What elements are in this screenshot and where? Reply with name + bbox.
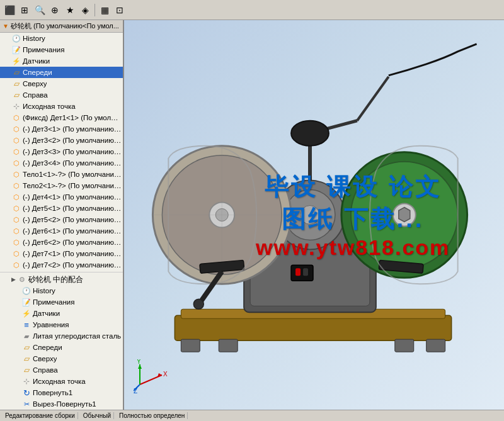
part-icon-7 [11, 181, 21, 191]
part-icon-2 [11, 124, 21, 134]
toolbar-btn-4[interactable]: ⊕ [48, 3, 62, 17]
tree-item-history-top[interactable]: History [0, 33, 123, 44]
cut-icon-1 [21, 399, 32, 409]
svg-point-32 [193, 299, 203, 309]
svg-point-26 [291, 121, 329, 146]
plane-icon-1 [11, 67, 21, 77]
part-icon-14 [11, 260, 21, 270]
filter-icon: ▼ [3, 23, 9, 30]
part-icon-12 [11, 237, 21, 247]
svg-rect-4 [395, 339, 414, 352]
part-icon-3 [11, 135, 21, 145]
svg-text:Y: Y [137, 359, 141, 365]
tree-item-assembly[interactable]: ▶ 砂轮机 中的配合 [0, 274, 123, 285]
plane2-icon-1 [21, 342, 32, 352]
tree-item-history2[interactable]: History [0, 285, 123, 296]
status-item-1: Редактирование сборки [3, 412, 78, 419]
svg-text:X: X [163, 371, 168, 378]
tree-item-part14[interactable]: (-) Дет7<2> (По умолчанию<... [0, 259, 123, 271]
history2-icon [21, 286, 32, 296]
toolbar-btn-6[interactable]: ◈ [78, 3, 92, 17]
plane-icon-3 [11, 90, 21, 100]
tree-item-notes[interactable]: Примечания [0, 44, 123, 55]
tree-item-origin2[interactable]: Исходная точка [0, 376, 123, 387]
sensors2-icon [21, 308, 32, 318]
tree-item-right2[interactable]: Справа [0, 364, 123, 376]
tree-item-right[interactable]: Справа [0, 89, 123, 101]
tree-header-label: 砂轮机 (По умолчанию<По умол... [11, 21, 119, 31]
notes2-icon [21, 297, 32, 307]
part-icon-11 [11, 226, 21, 236]
tree-item-part11[interactable]: (-) Дет6<1> (По умолчанию<... [0, 225, 123, 237]
toolbar-btn-1[interactable]: ⬛ [3, 3, 16, 17]
tree-item-part9[interactable]: (-) Дет5<1> (По умолчанию<... [0, 203, 123, 214]
tree-item-part10[interactable]: (-) Дет5<2> (По умолчанию<... [0, 214, 123, 225]
tree-item-part3[interactable]: (-) Дет3<2> (По умолчанию<... [0, 135, 123, 146]
part-icon-1 [11, 113, 21, 123]
part-icon-6 [11, 169, 21, 179]
tree-item-part4[interactable]: (-) Дет3<3> (По умолчанию<... [0, 146, 123, 157]
plane2-icon-2 [21, 354, 32, 364]
material-icon [21, 331, 32, 341]
part-icon-8 [11, 192, 21, 202]
status-item-3: Полностью определен [117, 412, 188, 419]
tree-item-notes2[interactable]: Примечания [0, 296, 123, 308]
axis-indicator: X Y Z [134, 359, 165, 391]
tree-item-part8[interactable]: (-) Дет4<1> (По умолчанию<... [0, 191, 123, 203]
toolbar-btn-8[interactable]: ⊡ [113, 3, 127, 17]
origin2-icon [21, 376, 32, 386]
toolbar-btn-7[interactable]: ▦ [98, 3, 112, 17]
notes-icon [11, 45, 21, 55]
svg-rect-3 [219, 339, 238, 352]
tree-item-part13[interactable]: (-) Дет7<1> (По умолчанию<... [0, 248, 123, 259]
tree-item-part1[interactable]: (Фиксд) Дет1<1> (По умолчани... [0, 112, 123, 123]
tree-item-front2[interactable]: Спереди [0, 342, 123, 353]
equations-icon [21, 320, 32, 330]
main-layout: ▼ 砂轮机 (По умолчанию<По умол... History П… [0, 20, 504, 410]
tree-item-top2[interactable]: Сверху [0, 353, 123, 364]
tree-item-part7[interactable]: Тело2<1>-?> (По умолчанию<... [0, 180, 123, 191]
svg-marker-30 [399, 208, 410, 222]
plane2-icon-3 [21, 365, 32, 375]
status-bar: Редактирование сборки Обычный Полностью … [0, 410, 504, 421]
svg-rect-5 [427, 339, 445, 352]
viewport-3d[interactable]: 毕设 课设 论文 图纸 下载... www.ytw818.com X Y Z [124, 20, 504, 410]
toolbar-separator-1 [94, 4, 95, 16]
assembly-icon [17, 274, 27, 284]
tree-item-part6[interactable]: Тело1<1>-?> (По умолчанию<... [0, 169, 123, 180]
plane-icon-2 [11, 79, 21, 89]
rotate-icon [21, 388, 32, 398]
tree-header: ▼ 砂轮机 (По умолчанию<По умол... [0, 20, 123, 33]
tree-item-sensors2[interactable]: Датчики [0, 308, 123, 319]
tree-item-material[interactable]: Литая углеродистая сталь [0, 330, 123, 342]
tree-item-rotate1[interactable]: Повернуть1 [0, 387, 123, 398]
svg-text:Z: Z [134, 388, 137, 394]
sensors-icon [11, 56, 21, 66]
toolbar-btn-5[interactable]: ★ [63, 3, 77, 17]
tree-item-front[interactable]: Спереди [0, 67, 123, 78]
part-icon-13 [11, 249, 21, 259]
tree-item-top[interactable]: Сверху [0, 78, 123, 89]
toolbar-btn-2[interactable]: ⊞ [18, 3, 32, 17]
svg-marker-37 [138, 364, 142, 369]
expand-arrow-assembly: ▶ [11, 276, 16, 283]
toolbar-btn-3[interactable]: 🔍 [33, 3, 47, 17]
tree-item-part12[interactable]: (-) Дет6<2> (По умолчанию<... [0, 237, 123, 248]
tree-item-equations[interactable]: Уравнения [0, 319, 123, 330]
tree-item-cutrev1[interactable]: Вырез-Повернуть1 [0, 398, 123, 410]
history-icon [11, 33, 21, 43]
tree-item-part2[interactable]: (-) Дет3<1> (По умолчанию<... [0, 123, 123, 135]
tree-item-origin[interactable]: Исходная точка [0, 101, 123, 112]
machine-svg [124, 20, 504, 410]
part-icon-9 [11, 203, 21, 213]
tree-item-part5[interactable]: (-) Дет3<4> (По умолчанию<... [0, 157, 123, 169]
toolbar: ⬛ ⊞ 🔍 ⊕ ★ ◈ ▦ ⊡ [0, 0, 504, 20]
tree-item-sensors[interactable]: Датчики [0, 55, 123, 67]
svg-rect-27 [291, 265, 313, 281]
svg-rect-2 [181, 339, 200, 352]
part-icon-5 [11, 158, 21, 168]
tree-divider-1 [0, 272, 123, 272]
status-item-2: Обычный [81, 412, 114, 419]
part-icon-10 [11, 215, 21, 225]
svg-rect-0 [175, 315, 451, 340]
